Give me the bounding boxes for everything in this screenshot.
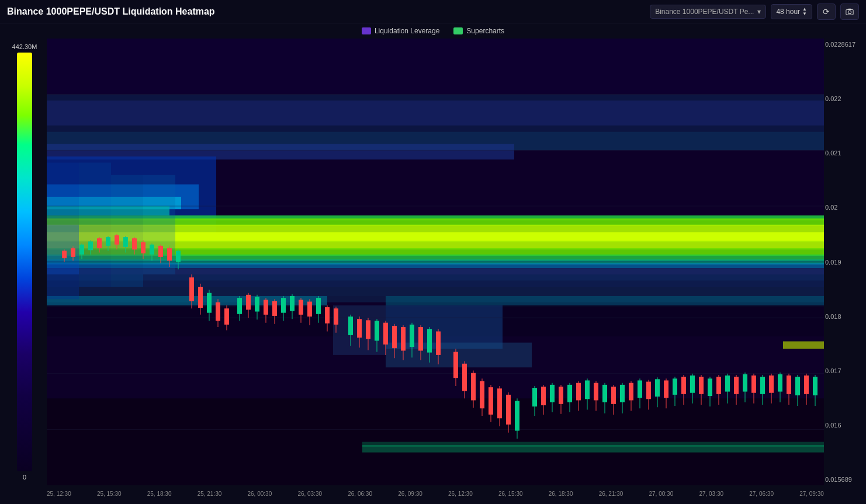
y-axis: 0.0228617 0.022 0.021 0.02 0.019 0.018 0…: [824, 39, 866, 485]
x-axis-inner: 25, 12:30 25, 15:30 25, 18:30 25, 21:30 …: [47, 491, 824, 497]
svg-rect-49: [62, 251, 67, 258]
time-selector[interactable]: 48 hour ▲▼: [771, 4, 812, 19]
svg-rect-73: [167, 248, 172, 260]
svg-rect-95: [272, 301, 277, 316]
y-label-7: 0.016: [825, 422, 862, 429]
svg-rect-199: [751, 376, 756, 393]
svg-rect-167: [611, 387, 616, 404]
chart-main[interactable]: ⚙ coingloss: [47, 39, 824, 485]
svg-rect-67: [141, 242, 146, 253]
svg-rect-87: [237, 298, 242, 314]
y-label-4: 0.019: [825, 259, 862, 266]
svg-rect-71: [158, 246, 163, 257]
svg-rect-155: [559, 387, 563, 404]
legend: Liquidation Leverage Supercharts: [0, 23, 866, 39]
x-label-7: 26, 09:30: [398, 491, 422, 497]
svg-rect-209: [795, 377, 800, 395]
svg-rect-85: [224, 308, 229, 325]
svg-rect-35: [362, 445, 824, 453]
x-label-5: 26, 03:30: [297, 491, 322, 497]
y-label-6: 0.017: [825, 367, 862, 374]
svg-rect-63: [123, 237, 128, 247]
x-label-6: 26, 06:30: [348, 491, 372, 497]
supercharts-legend-label: Supercharts: [466, 27, 504, 35]
svg-rect-69: [150, 245, 154, 255]
svg-rect-179: [664, 380, 668, 398]
svg-rect-53: [79, 245, 84, 255]
svg-rect-115: [366, 320, 370, 339]
header: Binance 1000PEPE/USDT Liquidation Heatma…: [0, 0, 866, 23]
svg-rect-5: [47, 39, 824, 95]
chart-wrapper: 442.30M 0: [0, 39, 866, 485]
svg-rect-157: [567, 385, 572, 402]
liquidation-legend-label: Liquidation Leverage: [375, 27, 439, 35]
y-label-5: 0.018: [825, 313, 862, 320]
svg-rect-187: [699, 377, 704, 394]
svg-rect-2: [848, 8, 851, 9]
svg-rect-169: [620, 385, 625, 402]
svg-rect-103: [307, 302, 312, 317]
svg-rect-141: [489, 387, 493, 415]
svg-rect-213: [813, 377, 817, 395]
svg-rect-203: [769, 376, 774, 393]
svg-rect-171: [629, 383, 633, 401]
svg-rect-59: [106, 237, 110, 246]
svg-rect-89: [246, 295, 251, 310]
svg-rect-75: [176, 251, 181, 262]
svg-rect-55: [88, 241, 93, 250]
svg-rect-105: [316, 298, 321, 314]
y-label-8: 0.015689: [825, 476, 862, 483]
svg-rect-38: [79, 163, 111, 287]
svg-rect-183: [681, 377, 686, 394]
svg-rect-81: [207, 293, 212, 313]
header-controls: Binance 1000PEPE/USDT Pe... ▾ 48 hour ▲▼…: [650, 4, 859, 20]
svg-rect-191: [716, 377, 721, 394]
x-label-3: 25, 21:30: [198, 491, 222, 497]
symbol-selector[interactable]: Binance 1000PEPE/USDT Pe... ▾: [650, 5, 766, 19]
scale-top-label: 442.30M: [12, 43, 37, 50]
x-label-12: 27, 00:30: [649, 491, 674, 497]
screenshot-button[interactable]: [840, 4, 859, 20]
x-label-15: 27, 09:30: [799, 491, 824, 497]
svg-rect-117: [375, 321, 379, 340]
svg-rect-211: [804, 376, 809, 394]
svg-rect-123: [401, 327, 406, 350]
svg-rect-31: [386, 343, 532, 368]
svg-rect-185: [690, 376, 695, 393]
svg-rect-149: [532, 388, 537, 406]
svg-rect-205: [778, 374, 782, 392]
refresh-button[interactable]: ⟳: [817, 4, 836, 20]
svg-rect-101: [299, 300, 303, 315]
x-label-4: 26, 00:30: [248, 491, 272, 497]
svg-rect-133: [453, 352, 458, 378]
svg-rect-173: [638, 380, 642, 398]
svg-rect-111: [348, 317, 353, 335]
svg-rect-51: [71, 248, 75, 257]
svg-rect-175: [646, 382, 651, 399]
x-label-2: 25, 18:30: [147, 491, 172, 497]
svg-rect-77: [189, 277, 194, 301]
svg-rect-97: [281, 298, 286, 313]
stepper-icon: ▲▼: [802, 7, 807, 16]
x-label-0: 25, 12:30: [47, 491, 71, 497]
x-label-14: 27, 06:30: [749, 491, 774, 497]
svg-rect-109: [334, 308, 338, 325]
svg-rect-135: [462, 364, 467, 391]
svg-rect-83: [216, 303, 220, 321]
svg-rect-153: [550, 385, 555, 402]
y-label-2: 0.021: [825, 150, 862, 157]
svg-rect-177: [655, 379, 660, 397]
scale-bottom-label: 0: [23, 474, 26, 481]
svg-rect-57: [97, 238, 102, 248]
x-label-11: 26, 21:30: [599, 491, 623, 497]
y-label-3: 0.02: [825, 204, 862, 211]
svg-rect-91: [255, 297, 259, 312]
svg-rect-159: [576, 383, 581, 401]
svg-rect-119: [383, 323, 388, 345]
svg-rect-143: [497, 388, 502, 418]
page-title: Binance 1000PEPE/USDT Liquidation Heatma…: [7, 6, 215, 17]
svg-rect-161: [585, 380, 590, 399]
liquidation-color-box: [362, 27, 371, 34]
svg-rect-195: [734, 377, 739, 394]
svg-rect-193: [725, 376, 730, 392]
